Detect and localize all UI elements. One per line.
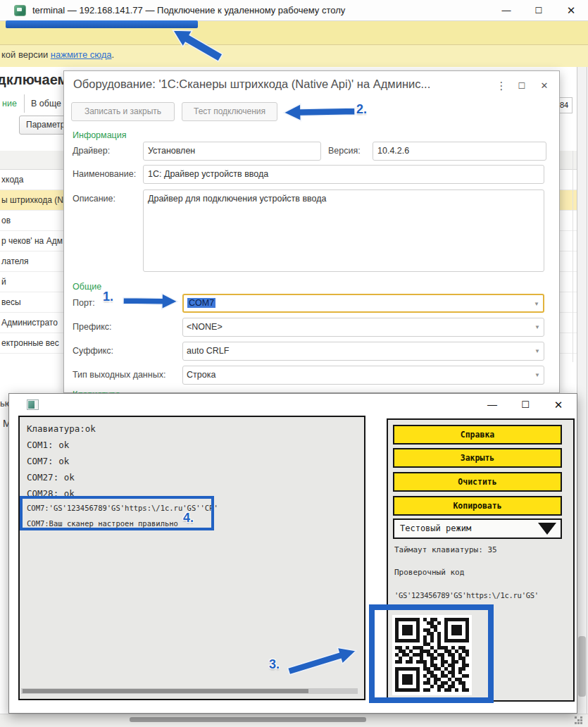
chevron-down-icon[interactable]: ▼ — [534, 366, 540, 384]
window-titlebar: terminal — 192.168.141.77 — Подключение … — [0, 0, 588, 21]
prefix-value: <NONE> — [187, 322, 223, 332]
name-label: Наименование: — [73, 169, 136, 179]
horizontal-scroll-thumb[interactable] — [130, 717, 366, 722]
bg-tab-divider — [24, 94, 25, 113]
port-label: Порт: — [73, 298, 95, 308]
output-type-value: Строка — [187, 370, 215, 380]
list-item[interactable]: Администрато — [0, 313, 65, 333]
section-general: Общие — [73, 282, 101, 292]
prefix-label: Префикс: — [73, 322, 112, 332]
version-label: Версия: — [328, 146, 361, 156]
rdp-app-icon — [14, 5, 26, 16]
close-button[interactable]: ✕ — [557, 0, 585, 21]
save-close-button[interactable]: Записать и закрыть — [71, 102, 175, 121]
chevron-down-icon[interactable]: ▼ — [534, 318, 540, 336]
description-textarea[interactable]: Драйвер для подключения устройств ввода — [143, 189, 544, 272]
notification-text: кой версии нажмите сюда. — [1, 49, 297, 60]
list-header-left — [0, 151, 65, 170]
step-label-2: 2. — [356, 102, 367, 117]
console-line: Клавиатура:ok — [27, 423, 96, 434]
maximize-button[interactable]: ☐ — [525, 0, 553, 21]
port-combo[interactable]: COM7▼ — [182, 294, 544, 313]
chevron-down-icon[interactable]: ▼ — [534, 342, 540, 360]
list-item[interactable]: лателя — [0, 251, 65, 272]
list-item[interactable]: весы — [0, 292, 65, 313]
column-divider — [573, 151, 573, 362]
driver-input[interactable]: Установлен — [143, 142, 321, 161]
chevron-down-icon[interactable]: ▼ — [534, 295, 539, 313]
prefix-combo[interactable]: <NONE>▼ — [182, 318, 544, 337]
list-item[interactable]: ов — [0, 211, 65, 231]
minimize-button[interactable]: — — [492, 0, 520, 21]
device-list-right-fragment — [560, 170, 577, 354]
check-code-value: 'GS'123456789'GS'https:\/1c.ru'GS' — [394, 591, 539, 599]
port-value: COM7 — [187, 298, 215, 308]
dropdown-arrow-icon[interactable] — [538, 523, 556, 535]
test-minimize-button[interactable]: — — [480, 395, 505, 414]
name-input[interactable]: 1С: Драйвер устройств ввода — [143, 165, 544, 184]
list-item[interactable]: ектронные вес — [0, 333, 65, 354]
test-maximize-button[interactable]: ☐ — [513, 395, 538, 414]
help-button[interactable]: Справка — [393, 425, 562, 445]
test-app-icon — [27, 399, 39, 410]
bg-tab-general[interactable]: В обще — [31, 99, 63, 108]
annotation-highlight-bar — [6, 20, 198, 28]
list-item[interactable]: хкода — [0, 170, 65, 190]
step-label-3: 3. — [269, 657, 280, 672]
output-type-label: Тип выходных данных: — [73, 370, 165, 380]
version-input[interactable]: 10.4.2.6 — [373, 142, 546, 161]
mode-dropdown-value: Тестовый режим — [400, 523, 471, 533]
highlight-box-qr — [369, 604, 494, 703]
test-connection-button[interactable]: Тест подключения — [182, 102, 277, 121]
step-label-1: 1. — [103, 290, 113, 304]
vertical-scrollbar[interactable] — [577, 67, 587, 714]
section-info: Информация — [73, 130, 127, 140]
step-label-4: 4. — [183, 511, 194, 526]
driver-label: Драйвер: — [73, 146, 110, 156]
notification-suffix: . — [112, 49, 115, 60]
keyboard-timeout-text: Таймаут клавиатуры: 35 — [394, 545, 497, 554]
check-code-label: Проверочный код — [394, 568, 464, 577]
suffix-label: Суффикс: — [73, 346, 113, 356]
console-line: COM27: ok — [27, 472, 75, 483]
dialog-close-button[interactable]: ✕ — [537, 78, 552, 94]
screen: terminal — 192.168.141.77 — Подключение … — [0, 0, 588, 727]
close-test-button[interactable]: Закрыть — [393, 448, 562, 468]
clear-button[interactable]: Очистить — [393, 472, 562, 492]
update-link[interactable]: нажмите сюда — [51, 49, 112, 60]
list-header-right — [560, 151, 577, 170]
console-scroll-thumb[interactable] — [23, 689, 308, 693]
bg-page-heading: дключаем — [0, 72, 68, 88]
dialog-title: Оборудование: '1С:Сканеры штрихкода (Nat… — [73, 77, 489, 91]
suffix-value: auto CRLF — [187, 346, 229, 356]
parameters-button[interactable]: Параметры — [19, 116, 68, 135]
list-item-selected[interactable]: ы штрихкода (N — [0, 190, 65, 211]
dialog-maximize-button[interactable]: ☐ — [514, 78, 530, 94]
copy-button[interactable]: Копировать — [393, 496, 562, 516]
console-line: COM7: ok — [27, 456, 69, 466]
kebab-menu-icon[interactable]: ⋮ — [496, 78, 507, 94]
device-list: хкода ы штрихкода (N ов р чеков' на Адм … — [0, 170, 65, 354]
notification-prefix: кой версии — [1, 49, 51, 60]
mode-dropdown[interactable]: Тестовый режим — [393, 518, 562, 539]
console-line: COM1: ok — [27, 440, 69, 450]
device-dialog: Оборудование: '1С:Сканеры штрихкода (Nat… — [63, 70, 560, 393]
list-item[interactable]: р чеков' на Адм — [0, 231, 65, 251]
resize-grip[interactable] — [575, 716, 577, 719]
description-label: Описание: — [73, 194, 115, 204]
test-close-button[interactable]: ✕ — [546, 395, 571, 414]
console-panel: Клавиатура:ok COM1: ok COM7: ok COM27: o… — [18, 416, 365, 700]
output-type-combo[interactable]: Строка▼ — [182, 366, 544, 385]
vertical-scroll-thumb[interactable] — [578, 636, 586, 697]
scanner-test-window: — ☐ ✕ Клавиатура:ok COM1: ok COM7: ok CO… — [8, 393, 577, 714]
window-title: terminal — 192.168.141.77 — Подключение … — [32, 5, 483, 15]
list-item[interactable]: й — [0, 272, 65, 292]
bg-tab-active[interactable]: ние — [2, 99, 17, 108]
suffix-combo[interactable]: auto CRLF▼ — [182, 342, 544, 361]
